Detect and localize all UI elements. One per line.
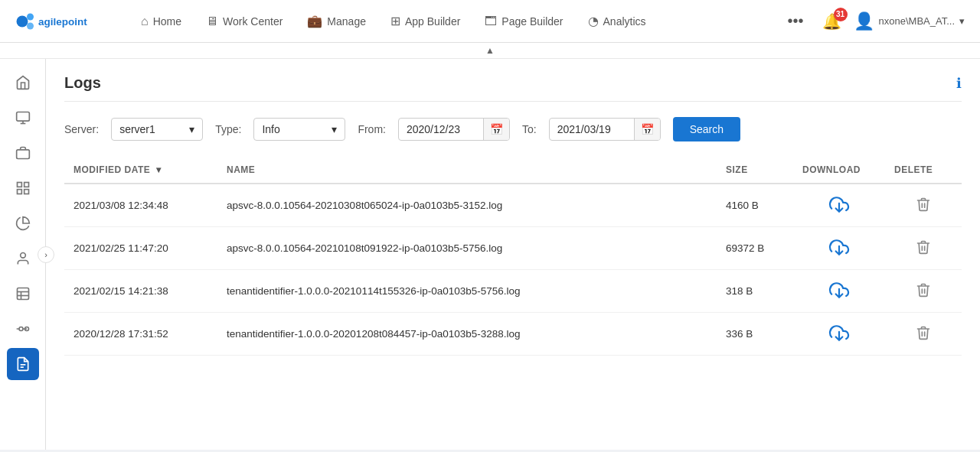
nav-right-section: ••• 🔔 31 👤 nxone\MBA_AT... ▾ <box>782 9 965 34</box>
analytics-nav-icon: ◔ <box>588 14 599 28</box>
nav-appbuilder-label: App Builder <box>405 15 460 28</box>
server-select-wrapper[interactable]: server1 server2 ▾ <box>111 118 203 141</box>
sidebar-expand-button[interactable]: › <box>38 246 54 263</box>
grid-nav-icon: ⊞ <box>390 14 400 28</box>
sidebar-item-monitor[interactable] <box>7 102 39 134</box>
logs-table: MODIFIED DATE ▾ NAME SIZE DOWNLOAD DELET… <box>64 157 962 356</box>
cell-date: 2021/02/25 11:47:20 <box>64 227 217 270</box>
sidebar-item-home[interactable] <box>7 67 39 99</box>
cell-download <box>793 184 885 227</box>
main-content: Logs ℹ Server: server1 server2 ▾ Type: I… <box>46 59 980 450</box>
nav-analytics-label: Analytics <box>603 15 646 28</box>
page-header: Logs ℹ <box>64 74 962 102</box>
left-sidebar: › <box>0 59 46 450</box>
from-date-input[interactable] <box>399 119 483 140</box>
from-date-wrapper: 📅 <box>398 118 510 141</box>
cell-delete <box>885 313 962 356</box>
server-select[interactable]: server1 server2 <box>119 123 185 135</box>
nav-workcenter-label: Work Center <box>223 15 283 28</box>
top-navigation: agilepoint ⌂ Home 🖥 Work Center 💼 Manage… <box>0 0 980 43</box>
cell-name: tenantidentifier-1.0.0.0-20210114t155326… <box>217 270 717 313</box>
table-header: MODIFIED DATE ▾ NAME SIZE DOWNLOAD DELET… <box>64 157 962 184</box>
column-header-delete: DELETE <box>885 157 962 184</box>
logo[interactable]: agilepoint <box>15 8 107 35</box>
home-nav-icon: ⌂ <box>141 15 149 28</box>
table-row: 2021/02/25 11:47:20apsvc-8.0.0.10564-202… <box>64 227 962 270</box>
more-menu-button[interactable]: ••• <box>782 9 810 33</box>
svg-rect-13 <box>17 288 28 300</box>
nav-manage-label: Manage <box>327 15 366 28</box>
table-row: 2021/03/08 12:34:48apsvc-8.0.0.10564-202… <box>64 184 962 227</box>
delete-icon[interactable] <box>916 196 931 213</box>
delete-icon[interactable] <box>916 324 931 341</box>
from-label: From: <box>358 123 386 135</box>
sidebar-item-grid[interactable] <box>7 172 39 204</box>
user-dropdown-icon: ▾ <box>959 15 965 27</box>
nav-home-label: Home <box>153 15 181 28</box>
svg-point-2 <box>27 22 34 29</box>
nav-pagebuilder-label: Page Builder <box>501 15 563 28</box>
delete-icon[interactable] <box>916 239 931 255</box>
download-cloud-icon[interactable] <box>828 324 850 342</box>
cell-delete <box>885 270 962 313</box>
collapse-bar: ▲ <box>0 43 980 59</box>
cell-size: 69372 B <box>717 227 793 270</box>
cell-download <box>793 313 885 356</box>
to-date-wrapper: 📅 <box>549 118 661 141</box>
to-date-input[interactable] <box>550 119 634 140</box>
nav-menu: ⌂ Home 🖥 Work Center 💼 Manage ⊞ App Buil… <box>130 8 782 34</box>
type-select-wrapper[interactable]: Info Error Warning Debug ▾ <box>253 118 345 141</box>
nav-workcenter[interactable]: 🖥 Work Center <box>195 8 293 34</box>
cell-date: 2020/12/28 17:31:52 <box>64 313 217 356</box>
sidebar-item-pie[interactable] <box>7 207 39 239</box>
nav-appbuilder[interactable]: ⊞ App Builder <box>380 8 471 34</box>
collapse-chevron-button[interactable]: ▲ <box>485 45 495 56</box>
nav-manage[interactable]: 💼 Manage <box>296 8 377 34</box>
type-select[interactable]: Info Error Warning Debug <box>262 123 327 135</box>
nav-pagebuilder[interactable]: 🗔 Page Builder <box>474 8 573 34</box>
to-label: To: <box>522 123 537 135</box>
from-calendar-button[interactable]: 📅 <box>483 119 509 140</box>
column-header-size: SIZE <box>717 157 793 184</box>
sidebar-item-logs[interactable] <box>7 348 39 380</box>
cell-download <box>793 227 885 270</box>
sidebar-item-person[interactable] <box>7 242 39 275</box>
sidebar-item-connect[interactable] <box>7 313 39 345</box>
server-dropdown-icon: ▾ <box>189 123 194 135</box>
sort-arrow-icon: ▾ <box>156 164 162 175</box>
main-layout: › Logs ℹ Server: server1 server2 ▾ Type:… <box>0 59 980 450</box>
notification-count: 31 <box>834 8 848 21</box>
user-label: nxone\MBA_AT... <box>879 15 955 27</box>
server-label: Server: <box>64 123 99 135</box>
notifications-button[interactable]: 🔔 31 <box>819 9 844 34</box>
cell-name: apsvc-8.0.0.10564-20210308t065024-ip-0a0… <box>217 184 717 227</box>
svg-point-1 <box>27 13 34 20</box>
svg-point-12 <box>20 253 25 259</box>
column-header-download: DOWNLOAD <box>793 157 885 184</box>
column-header-date[interactable]: MODIFIED DATE ▾ <box>64 157 217 184</box>
cell-size: 336 B <box>717 313 793 356</box>
nav-home[interactable]: ⌂ Home <box>130 8 192 34</box>
svg-rect-10 <box>17 190 21 194</box>
delete-icon[interactable] <box>916 281 931 298</box>
svg-point-0 <box>17 15 28 27</box>
sidebar-item-briefcase[interactable] <box>7 137 39 169</box>
nav-analytics[interactable]: ◔ Analytics <box>577 8 657 34</box>
cell-name: apsvc-8.0.0.10564-20210108t091922-ip-0a0… <box>217 227 717 270</box>
user-menu-button[interactable]: 👤 nxone\MBA_AT... ▾ <box>854 11 965 31</box>
download-cloud-icon[interactable] <box>828 238 850 256</box>
to-calendar-button[interactable]: 📅 <box>634 119 660 140</box>
download-cloud-icon[interactable] <box>828 281 850 299</box>
cell-download <box>793 270 885 313</box>
svg-rect-11 <box>24 190 28 194</box>
search-button[interactable]: Search <box>673 117 740 141</box>
user-avatar-icon: 👤 <box>854 11 874 31</box>
svg-rect-8 <box>17 183 21 187</box>
monitor-nav-icon: 🖥 <box>206 15 218 28</box>
info-icon[interactable]: ℹ <box>956 75 962 92</box>
sidebar-item-table[interactable] <box>7 278 39 310</box>
download-cloud-icon[interactable] <box>828 195 850 213</box>
type-label: Type: <box>215 123 241 135</box>
svg-rect-9 <box>24 183 28 187</box>
cell-delete <box>885 184 962 227</box>
